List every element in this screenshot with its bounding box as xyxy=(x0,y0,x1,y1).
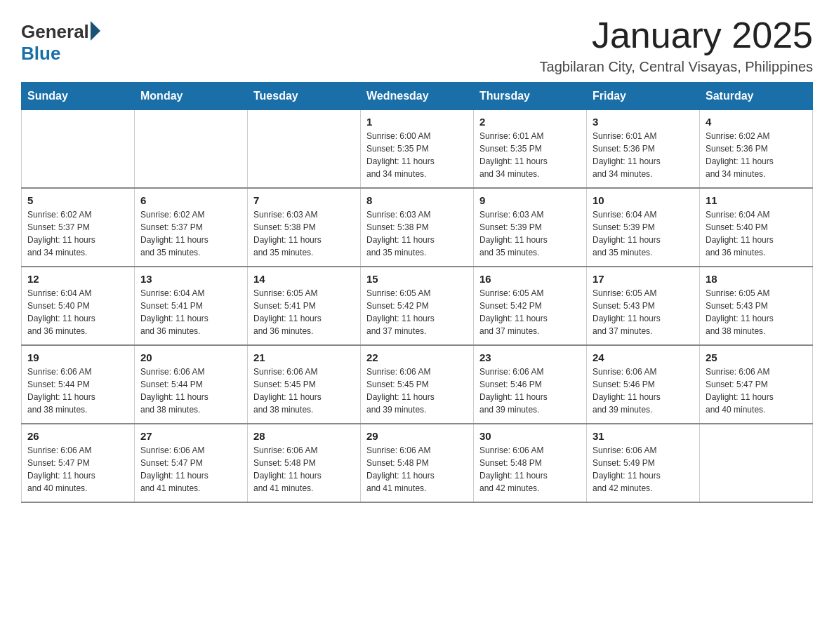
calendar-cell: 31Sunrise: 6:06 AMSunset: 5:49 PMDayligh… xyxy=(587,424,700,502)
day-info: Sunrise: 6:04 AMSunset: 5:41 PMDaylight:… xyxy=(140,287,241,337)
calendar-cell: 15Sunrise: 6:05 AMSunset: 5:42 PMDayligh… xyxy=(361,267,474,345)
calendar-week-row: 5Sunrise: 6:02 AMSunset: 5:37 PMDaylight… xyxy=(22,188,813,267)
day-number: 11 xyxy=(706,194,807,206)
day-info: Sunrise: 6:06 AMSunset: 5:44 PMDaylight:… xyxy=(27,365,128,416)
day-number: 28 xyxy=(253,430,355,442)
calendar-cell: 24Sunrise: 6:06 AMSunset: 5:46 PMDayligh… xyxy=(587,345,700,424)
calendar-header-friday: Friday xyxy=(587,83,700,110)
calendar-cell: 18Sunrise: 6:05 AMSunset: 5:43 PMDayligh… xyxy=(700,267,813,345)
day-info: Sunrise: 6:02 AMSunset: 5:37 PMDaylight:… xyxy=(140,208,241,259)
day-info: Sunrise: 6:04 AMSunset: 5:39 PMDaylight:… xyxy=(593,208,694,259)
day-number: 24 xyxy=(593,351,694,363)
calendar-cell: 28Sunrise: 6:06 AMSunset: 5:48 PMDayligh… xyxy=(248,424,361,502)
calendar-cell xyxy=(248,110,361,189)
main-title: January 2025 xyxy=(540,14,813,56)
calendar-header-sunday: Sunday xyxy=(22,83,135,110)
day-number: 1 xyxy=(366,116,468,128)
day-info: Sunrise: 6:05 AMSunset: 5:43 PMDaylight:… xyxy=(593,287,694,337)
calendar-header-wednesday: Wednesday xyxy=(361,83,474,110)
day-number: 12 xyxy=(27,273,128,285)
calendar-header-tuesday: Tuesday xyxy=(248,83,361,110)
day-info: Sunrise: 6:03 AMSunset: 5:39 PMDaylight:… xyxy=(479,208,581,259)
calendar-cell: 2Sunrise: 6:01 AMSunset: 5:35 PMDaylight… xyxy=(474,110,587,189)
day-number: 19 xyxy=(27,351,128,363)
calendar-cell: 23Sunrise: 6:06 AMSunset: 5:46 PMDayligh… xyxy=(474,345,587,424)
day-info: Sunrise: 6:06 AMSunset: 5:47 PMDaylight:… xyxy=(27,444,128,495)
day-info: Sunrise: 6:06 AMSunset: 5:48 PMDaylight:… xyxy=(479,444,581,495)
calendar-header-thursday: Thursday xyxy=(474,83,587,110)
day-info: Sunrise: 6:05 AMSunset: 5:43 PMDaylight:… xyxy=(706,287,807,337)
day-info: Sunrise: 6:01 AMSunset: 5:35 PMDaylight:… xyxy=(479,130,581,180)
day-number: 18 xyxy=(706,273,807,285)
day-number: 29 xyxy=(366,430,468,442)
calendar-cell: 8Sunrise: 6:03 AMSunset: 5:38 PMDaylight… xyxy=(361,188,474,267)
day-number: 30 xyxy=(479,430,581,442)
logo-general-text: General xyxy=(21,21,89,43)
day-info: Sunrise: 6:03 AMSunset: 5:38 PMDaylight:… xyxy=(253,208,355,259)
calendar-cell: 4Sunrise: 6:02 AMSunset: 5:36 PMDaylight… xyxy=(700,110,813,189)
day-number: 5 xyxy=(27,194,128,206)
day-number: 22 xyxy=(366,351,468,363)
calendar-cell: 30Sunrise: 6:06 AMSunset: 5:48 PMDayligh… xyxy=(474,424,587,502)
day-info: Sunrise: 6:04 AMSunset: 5:40 PMDaylight:… xyxy=(27,287,128,337)
day-info: Sunrise: 6:06 AMSunset: 5:47 PMDaylight:… xyxy=(140,444,241,495)
logo-blue-text: Blue xyxy=(21,43,60,64)
calendar-week-row: 26Sunrise: 6:06 AMSunset: 5:47 PMDayligh… xyxy=(22,424,813,502)
day-info: Sunrise: 6:01 AMSunset: 5:36 PMDaylight:… xyxy=(593,130,694,180)
calendar-cell: 5Sunrise: 6:02 AMSunset: 5:37 PMDaylight… xyxy=(22,188,135,267)
calendar-cell: 16Sunrise: 6:05 AMSunset: 5:42 PMDayligh… xyxy=(474,267,587,345)
subtitle: Tagbilaran City, Central Visayas, Philip… xyxy=(540,59,813,75)
calendar-cell: 25Sunrise: 6:06 AMSunset: 5:47 PMDayligh… xyxy=(700,345,813,424)
day-number: 6 xyxy=(140,194,241,206)
calendar-cell: 7Sunrise: 6:03 AMSunset: 5:38 PMDaylight… xyxy=(248,188,361,267)
calendar-cell: 22Sunrise: 6:06 AMSunset: 5:45 PMDayligh… xyxy=(361,345,474,424)
header: General Blue January 2025 Tagbilaran Cit… xyxy=(21,14,813,75)
day-info: Sunrise: 6:06 AMSunset: 5:46 PMDaylight:… xyxy=(593,365,694,416)
calendar-cell: 1Sunrise: 6:00 AMSunset: 5:35 PMDaylight… xyxy=(361,110,474,189)
calendar-cell xyxy=(700,424,813,502)
day-info: Sunrise: 6:05 AMSunset: 5:42 PMDaylight:… xyxy=(366,287,468,337)
calendar-header-row: SundayMondayTuesdayWednesdayThursdayFrid… xyxy=(22,83,813,110)
calendar-cell: 12Sunrise: 6:04 AMSunset: 5:40 PMDayligh… xyxy=(22,267,135,345)
day-info: Sunrise: 6:06 AMSunset: 5:49 PMDaylight:… xyxy=(593,444,694,495)
day-number: 10 xyxy=(593,194,694,206)
calendar-header-saturday: Saturday xyxy=(700,83,813,110)
day-number: 20 xyxy=(140,351,241,363)
day-info: Sunrise: 6:06 AMSunset: 5:47 PMDaylight:… xyxy=(706,365,807,416)
calendar-cell: 13Sunrise: 6:04 AMSunset: 5:41 PMDayligh… xyxy=(135,267,248,345)
calendar-cell: 29Sunrise: 6:06 AMSunset: 5:48 PMDayligh… xyxy=(361,424,474,502)
day-number: 16 xyxy=(479,273,581,285)
day-info: Sunrise: 6:04 AMSunset: 5:40 PMDaylight:… xyxy=(706,208,807,259)
day-number: 26 xyxy=(27,430,128,442)
calendar-cell: 11Sunrise: 6:04 AMSunset: 5:40 PMDayligh… xyxy=(700,188,813,267)
day-number: 21 xyxy=(253,351,355,363)
day-info: Sunrise: 6:05 AMSunset: 5:41 PMDaylight:… xyxy=(253,287,355,337)
calendar-cell: 26Sunrise: 6:06 AMSunset: 5:47 PMDayligh… xyxy=(22,424,135,502)
day-number: 23 xyxy=(479,351,581,363)
day-info: Sunrise: 6:06 AMSunset: 5:46 PMDaylight:… xyxy=(479,365,581,416)
day-info: Sunrise: 6:03 AMSunset: 5:38 PMDaylight:… xyxy=(366,208,468,259)
day-number: 27 xyxy=(140,430,241,442)
day-info: Sunrise: 6:06 AMSunset: 5:45 PMDaylight:… xyxy=(366,365,468,416)
day-info: Sunrise: 6:06 AMSunset: 5:48 PMDaylight:… xyxy=(253,444,355,495)
day-number: 3 xyxy=(593,116,694,128)
calendar-cell: 27Sunrise: 6:06 AMSunset: 5:47 PMDayligh… xyxy=(135,424,248,502)
day-number: 15 xyxy=(366,273,468,285)
day-info: Sunrise: 6:05 AMSunset: 5:42 PMDaylight:… xyxy=(479,287,581,337)
day-info: Sunrise: 6:02 AMSunset: 5:36 PMDaylight:… xyxy=(706,130,807,180)
calendar-cell: 21Sunrise: 6:06 AMSunset: 5:45 PMDayligh… xyxy=(248,345,361,424)
day-info: Sunrise: 6:06 AMSunset: 5:45 PMDaylight:… xyxy=(253,365,355,416)
day-number: 17 xyxy=(593,273,694,285)
day-number: 13 xyxy=(140,273,241,285)
calendar-cell: 17Sunrise: 6:05 AMSunset: 5:43 PMDayligh… xyxy=(587,267,700,345)
day-number: 2 xyxy=(479,116,581,128)
day-number: 25 xyxy=(706,351,807,363)
calendar-cell: 10Sunrise: 6:04 AMSunset: 5:39 PMDayligh… xyxy=(587,188,700,267)
calendar-header-monday: Monday xyxy=(135,83,248,110)
calendar-cell: 6Sunrise: 6:02 AMSunset: 5:37 PMDaylight… xyxy=(135,188,248,267)
day-number: 9 xyxy=(479,194,581,206)
day-number: 8 xyxy=(366,194,468,206)
calendar-week-row: 19Sunrise: 6:06 AMSunset: 5:44 PMDayligh… xyxy=(22,345,813,424)
calendar-cell: 3Sunrise: 6:01 AMSunset: 5:36 PMDaylight… xyxy=(587,110,700,189)
day-info: Sunrise: 6:02 AMSunset: 5:37 PMDaylight:… xyxy=(27,208,128,259)
